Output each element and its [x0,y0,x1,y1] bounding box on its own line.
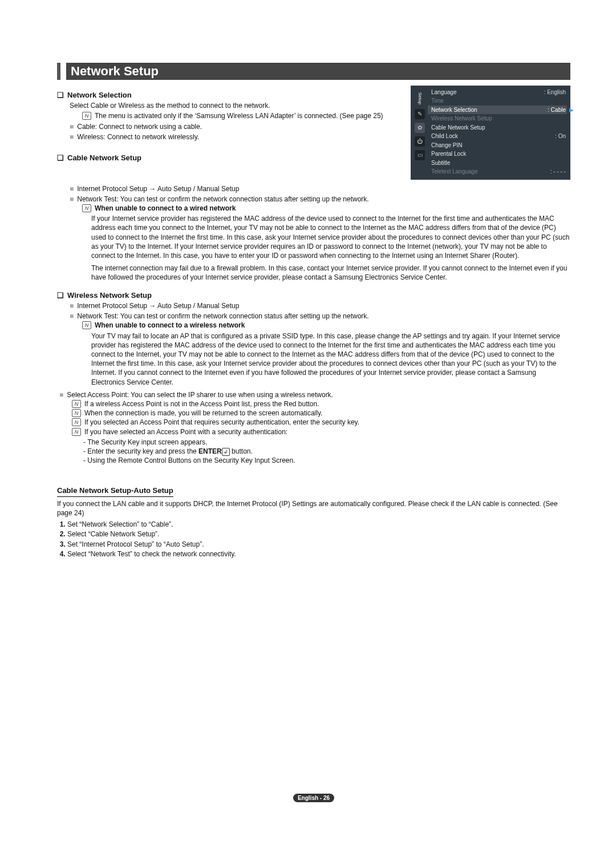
section-head-wireless-setup: Wireless Network Setup [57,290,570,301]
step-3: Set “Internet Protocol Setup” to “Auto S… [67,540,570,549]
option-wireless: Wireless: Connect to network wirelessly. [70,132,399,142]
wired-troubleshoot-p1: If your Internet service provider has re… [91,214,570,260]
sec-key-step-2: Enter the security key and press the ENT… [83,447,570,456]
note-icon: N [72,428,81,436]
wireless-troubleshoot-p1: Your TV may fail to locate an AP that is… [91,331,570,387]
sec-key-step-1: The Security Key input screen appears. [83,438,570,447]
note-icon: N [82,204,91,212]
note-icon: N [82,321,91,329]
cable-network-test: Network Test: You can test or confirm th… [70,195,570,204]
wireless-ip-setup: Internet Protocol Setup → Auto Setup / M… [70,301,570,310]
osd-arrow-icon: ▶ [569,106,574,114]
section-head-auto-setup: Cable Network Setup-Auto Setup [57,486,173,497]
osd-row: Time [428,96,567,106]
note-icon: N [72,418,81,426]
osd-row: Network Selection: Cable▶ [428,106,567,115]
page-title-bar: Network Setup [57,63,570,80]
tv-osd-menu: Setup ✎ ✿ ⏻ ▭ Language: EnglishTimeNetwo… [411,86,570,180]
step-2: Select “Cable Network Setup”. [67,529,570,539]
osd-row: Subtitle [428,159,567,168]
section-head-network-selection: Network Selection [57,90,399,100]
select-access-point: Select Access Point: You can select the … [59,390,570,399]
osd-row: Cable Network Setup [428,123,567,132]
step-4: Select “Network Test” to check the netwo… [67,549,570,559]
note-wireless-adapter: The menu is activated only if the ‘Samsu… [95,111,383,120]
osd-row: Teletext Language: - - - - [428,167,567,176]
osd-row: Change PIN [428,141,567,150]
wireless-network-test: Network Test: You can test or confirm th… [70,312,570,321]
osd-row: Language: English [428,88,567,97]
note-head-wireless: When unable to connect to a wireless net… [95,321,245,330]
section-head-cable-setup: Cable Network Setup [57,153,399,163]
auto-setup-intro: If you connect the LAN cable and it supp… [57,499,570,518]
note-icon: N [72,409,81,417]
wireless-note-4: If you have selected an Access Point wit… [84,427,287,436]
osd-side-label: Setup [417,92,423,104]
step-1: Set “Network Selection” to “Cable”. [67,520,570,529]
osd-row: Wireless Network Setup [428,114,567,123]
note-head-wired: When unable to connect to a wired networ… [95,204,236,213]
note-icon: N [72,400,81,408]
osd-tab-input-icon: ⏻ [415,136,425,147]
wireless-note-3: If you selected an Access Point that req… [84,418,359,427]
page-title: Network Setup [66,63,570,80]
osd-tab-brush-icon: ✎ [415,109,425,119]
cable-ip-setup: Internet Protocol Setup → Auto Setup / M… [70,184,570,193]
enter-button-icon: ↲ [222,448,230,456]
wireless-note-1: If a wireless Access Point is not in the… [84,399,319,409]
osd-tab-gear-icon: ✿ [415,123,425,133]
osd-tab-app-icon: ▭ [415,150,425,160]
sec-key-step-3: Using the Remote Control Buttons on the … [83,456,570,465]
wireless-note-2: When the connection is made, you will be… [84,409,322,418]
option-cable: Cable: Connect to network using a cable. [70,122,399,131]
note-icon: N [82,112,91,120]
network-selection-intro: Select Cable or Wireless as the method t… [70,101,399,110]
page-number-pill: English - 26 [293,794,334,803]
wired-troubleshoot-p2: The internet connection may fail due to … [91,264,570,282]
auto-setup-steps: Set “Network Selection” to “Cable”. Sele… [67,520,570,559]
osd-row: Parental Lock [428,149,567,159]
osd-row: Child Lock: On [428,132,567,141]
